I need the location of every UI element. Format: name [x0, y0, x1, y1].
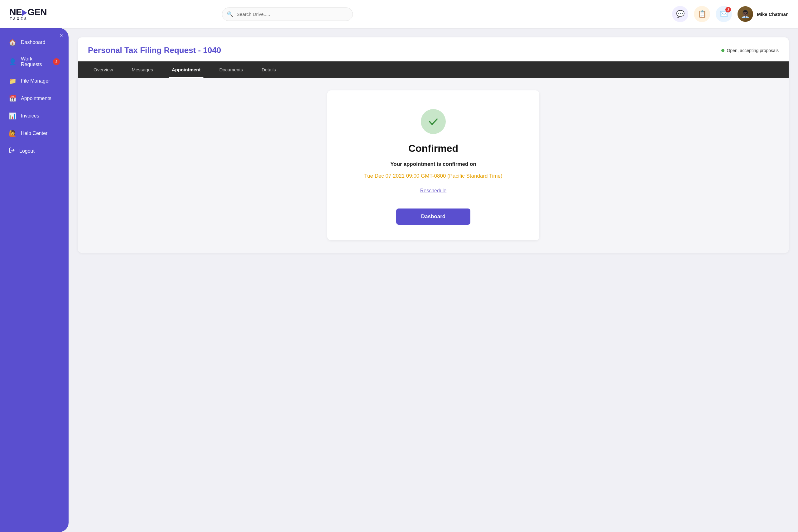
- user-name: Mike Chatman: [757, 12, 788, 17]
- reschedule-link[interactable]: Reschedule: [420, 188, 447, 193]
- header: NEGEN TAXES 🔍 💬 📋 ✉️ 2 👨🏿‍💼 Mike Chatman: [0, 0, 798, 28]
- confirmed-title: Confirmed: [408, 143, 458, 154]
- sidebar-item-logout[interactable]: Logout: [0, 143, 69, 159]
- status-badge: Open, accepting proposals: [721, 48, 779, 53]
- sidebar-item-file-manager[interactable]: 📁 File Manager: [0, 73, 69, 89]
- tab-messages[interactable]: Messages: [122, 61, 163, 78]
- logout-icon: [9, 147, 15, 155]
- chat-icon-button[interactable]: 💬: [672, 6, 688, 22]
- tab-documents[interactable]: Documents: [210, 61, 252, 78]
- sidebar-item-label: Help Center: [21, 131, 48, 136]
- layout: × 🏠 Dashboard 👤 Work Requests 2 📁 File M…: [0, 28, 798, 532]
- dashboard-button[interactable]: Dasboard: [396, 209, 470, 225]
- page-title: Personal Tax Filing Request - 1040: [88, 45, 221, 55]
- logo: NEGEN TAXES: [10, 7, 59, 21]
- status-dot-icon: [721, 49, 724, 52]
- sidebar-item-invoices[interactable]: 📊 Invoices: [0, 108, 69, 124]
- appointment-container: Confirmed Your appointment is confirmed …: [78, 78, 788, 253]
- sidebar-item-label: Dashboard: [21, 40, 45, 45]
- invoices-icon: 📊: [9, 112, 17, 120]
- tab-details[interactable]: Details: [252, 61, 285, 78]
- sidebar-item-label: Appointments: [21, 96, 52, 101]
- avatar: 👨🏿‍💼: [738, 6, 753, 22]
- header-right: 💬 📋 ✉️ 2 👨🏿‍💼 Mike Chatman: [672, 6, 788, 22]
- help-icon: 🙋: [9, 130, 17, 137]
- avatar-image: 👨🏿‍💼: [738, 6, 753, 22]
- check-circle-icon: [421, 109, 446, 134]
- logo-taxes: TAXES: [10, 17, 28, 21]
- tab-overview[interactable]: Overview: [84, 61, 122, 78]
- content-card: Personal Tax Filing Request - 1040 Open,…: [78, 37, 788, 253]
- sidebar-item-label: Invoices: [21, 113, 39, 119]
- checkmark-svg: [427, 115, 439, 128]
- sidebar-item-label: Work Requests: [21, 56, 48, 67]
- tab-appointment[interactable]: Appointment: [163, 61, 210, 78]
- appointments-icon: 📅: [9, 95, 17, 102]
- work-requests-icon: 👤: [9, 58, 17, 65]
- sidebar-item-appointments[interactable]: 📅 Appointments: [0, 90, 69, 107]
- calendar-icon-button[interactable]: 📋: [694, 6, 710, 22]
- sidebar-item-label: File Manager: [21, 78, 50, 84]
- sidebar-item-dashboard[interactable]: 🏠 Dashboard: [0, 34, 69, 51]
- sidebar-item-help-center[interactable]: 🙋 Help Center: [0, 125, 69, 141]
- search-bar: 🔍: [222, 7, 353, 21]
- sidebar-item-label: Logout: [19, 148, 35, 154]
- work-requests-badge: 2: [53, 58, 60, 65]
- appointment-subtitle: Your appointment is confirmed on: [390, 161, 476, 167]
- main-content: Personal Tax Filing Request - 1040 Open,…: [69, 28, 798, 532]
- logo-arrow-icon: [22, 10, 27, 16]
- logo-ne: NE: [10, 7, 22, 17]
- file-manager-icon: 📁: [9, 77, 17, 85]
- mail-icon-button[interactable]: ✉️ 2: [716, 6, 732, 22]
- chat-icon: 💬: [676, 10, 685, 18]
- search-icon: 🔍: [227, 11, 233, 17]
- appointment-card: Confirmed Your appointment is confirmed …: [327, 90, 539, 240]
- logo-gen: GEN: [27, 7, 47, 17]
- user-info[interactable]: 👨🏿‍💼 Mike Chatman: [738, 6, 788, 22]
- search-input[interactable]: [222, 7, 353, 21]
- sidebar-item-work-requests[interactable]: 👤 Work Requests 2: [0, 52, 69, 72]
- calendar-icon: 📋: [698, 10, 706, 18]
- tabs-bar: Overview Messages Appointment Documents …: [78, 61, 788, 78]
- appointment-date[interactable]: Tue Dec 07 2021 09:00 GMT-0800 (Pacific …: [364, 173, 502, 179]
- status-text: Open, accepting proposals: [727, 48, 779, 53]
- card-header: Personal Tax Filing Request - 1040 Open,…: [78, 37, 788, 61]
- mail-badge: 2: [725, 7, 731, 13]
- dashboard-icon: 🏠: [9, 39, 17, 46]
- sidebar: × 🏠 Dashboard 👤 Work Requests 2 📁 File M…: [0, 28, 69, 532]
